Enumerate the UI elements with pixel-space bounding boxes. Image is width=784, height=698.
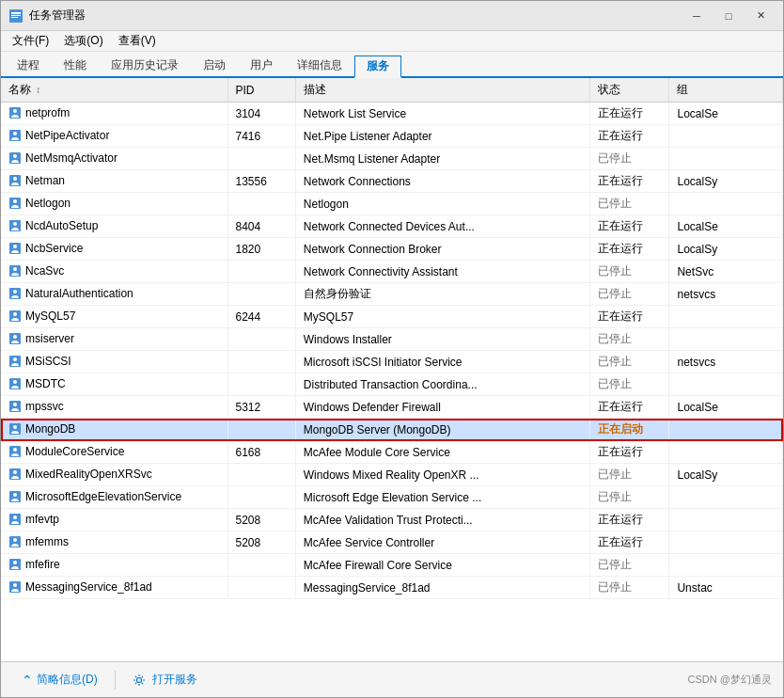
tab-details[interactable]: 详细信息 bbox=[285, 54, 354, 76]
service-icon bbox=[8, 445, 22, 458]
tab-users[interactable]: 用户 bbox=[238, 54, 285, 76]
service-icon bbox=[8, 558, 22, 571]
service-pid-cell bbox=[227, 464, 295, 486]
table-row[interactable]: MessagingService_8f1adMessagingService_8… bbox=[1, 577, 783, 599]
service-status-cell: 正在运行 bbox=[590, 531, 669, 554]
service-name-cell: MySQL57 bbox=[1, 306, 227, 328]
menu-bar: 文件(F) 选项(O) 查看(V) bbox=[1, 31, 783, 52]
table-row[interactable]: MixedRealityOpenXRSvcWindows Mixed Reali… bbox=[1, 464, 783, 486]
col-header-pid[interactable]: PID bbox=[227, 78, 295, 103]
service-group-cell: LocalSy bbox=[669, 238, 783, 261]
svg-rect-3 bbox=[11, 17, 18, 18]
service-icon bbox=[8, 468, 22, 481]
menu-options[interactable]: 选项(O) bbox=[56, 31, 110, 51]
service-status-cell: 已停止 bbox=[590, 328, 669, 351]
table-row[interactable]: NetlogonNetlogon已停止 bbox=[1, 193, 783, 215]
col-header-desc[interactable]: 描述 bbox=[295, 78, 589, 103]
table-header: 名称 ↕ PID 描述 状态 组 bbox=[1, 78, 783, 103]
service-pid-cell: 5208 bbox=[227, 509, 295, 531]
service-name-cell: MSDTC bbox=[1, 373, 227, 396]
service-group-cell bbox=[669, 193, 783, 215]
service-desc-cell: Distributed Transaction Coordina... bbox=[295, 373, 589, 396]
table-row[interactable]: mfefireMcAfee Firewall Core Service已停止 bbox=[1, 554, 783, 577]
svg-point-23 bbox=[13, 312, 17, 316]
service-status-cell: 正在运行 bbox=[590, 441, 669, 464]
service-desc-cell: Network Connected Devices Aut... bbox=[295, 215, 589, 238]
svg-point-11 bbox=[13, 177, 17, 181]
table-row[interactable]: mfemms5208McAfee Service Controller正在运行 bbox=[1, 531, 783, 554]
service-status-cell: 正在运行 bbox=[590, 215, 669, 238]
service-status-cell: 正在启动 bbox=[590, 419, 669, 441]
service-icon bbox=[8, 355, 22, 368]
service-desc-cell: Windows Mixed Reality OpenXR ... bbox=[295, 464, 589, 486]
service-group-cell: Unstac bbox=[669, 577, 783, 599]
tab-process[interactable]: 进程 bbox=[5, 54, 52, 76]
service-status-cell: 正在运行 bbox=[590, 170, 669, 193]
table-row[interactable]: ModuleCoreService6168McAfee Module Core … bbox=[1, 441, 783, 464]
services-table: 名称 ↕ PID 描述 状态 组 bbox=[1, 78, 783, 599]
service-name-cell: MessagingService_8f1ad bbox=[1, 577, 227, 599]
table-row[interactable]: MSDTCDistributed Transaction Coordina...… bbox=[1, 373, 783, 396]
service-pid-cell bbox=[227, 486, 295, 509]
service-group-cell: LocalSy bbox=[669, 464, 783, 486]
service-pid-cell: 6244 bbox=[227, 306, 295, 328]
tab-services[interactable]: 服务 bbox=[354, 56, 401, 78]
service-pid-cell bbox=[227, 373, 295, 396]
chevron-up-icon: ⌃ bbox=[22, 673, 33, 688]
menu-view[interactable]: 查看(V) bbox=[111, 31, 164, 51]
table-row[interactable]: NetMsmqActivatorNet.Msmq Listener Adapte… bbox=[1, 148, 783, 170]
tab-startup[interactable]: 启动 bbox=[191, 54, 238, 76]
brief-info-button[interactable]: ⌃ 简略信息(D) bbox=[12, 668, 107, 691]
table-row[interactable]: netprofm3104Network List Service正在运行Loca… bbox=[1, 103, 783, 125]
service-desc-cell: McAfee Module Core Service bbox=[295, 441, 589, 464]
service-name-cell: NetMsmqActivator bbox=[1, 148, 227, 170]
svg-point-43 bbox=[13, 538, 17, 542]
content-area: 名称 ↕ PID 描述 状态 组 bbox=[1, 78, 783, 661]
col-header-status[interactable]: 状态 bbox=[590, 78, 669, 103]
service-name-cell: NcdAutoSetup bbox=[1, 215, 227, 238]
col-header-group[interactable]: 组 bbox=[669, 78, 783, 103]
service-icon bbox=[8, 287, 22, 300]
service-group-cell bbox=[669, 531, 783, 554]
table-body: netprofm3104Network List Service正在运行Loca… bbox=[1, 103, 783, 599]
table-row[interactable]: MySQL576244MySQL57正在运行 bbox=[1, 306, 783, 328]
svg-rect-1 bbox=[11, 12, 21, 14]
service-status-cell: 正在运行 bbox=[590, 509, 669, 531]
table-row[interactable]: MicrosoftEdgeElevationServiceMicrosoft E… bbox=[1, 486, 783, 509]
table-row[interactable]: MongoDBMongoDB Server (MongoDB)正在启动 bbox=[1, 419, 783, 441]
open-service-button[interactable]: 打开服务 bbox=[123, 668, 207, 691]
table-container[interactable]: 名称 ↕ PID 描述 状态 组 bbox=[1, 78, 783, 661]
service-desc-cell: Net.Msmq Listener Adapter bbox=[295, 148, 589, 170]
table-row[interactable]: NetPipeActivator7416Net.Pipe Listener Ad… bbox=[1, 125, 783, 148]
table-row[interactable]: NcbService1820Network Connection Broker正… bbox=[1, 238, 783, 261]
svg-point-15 bbox=[13, 222, 17, 226]
close-button[interactable]: ✕ bbox=[745, 6, 776, 26]
service-status-cell: 正在运行 bbox=[590, 396, 669, 419]
service-name-cell: Netlogon bbox=[1, 193, 227, 215]
tab-performance[interactable]: 性能 bbox=[52, 54, 99, 76]
service-status-cell: 已停止 bbox=[590, 577, 669, 599]
table-row[interactable]: MSiSCSIMicrosoft iSCSI Initiator Service… bbox=[1, 351, 783, 373]
sort-arrow-name: ↕ bbox=[36, 85, 40, 95]
svg-point-37 bbox=[13, 470, 17, 474]
tab-app-history[interactable]: 应用历史记录 bbox=[99, 54, 191, 76]
service-name-cell: NaturalAuthentication bbox=[1, 283, 227, 306]
table-row[interactable]: mpssvc5312Windows Defender Firewall正在运行L… bbox=[1, 396, 783, 419]
col-header-name[interactable]: 名称 ↕ bbox=[1, 78, 227, 103]
minimize-button[interactable]: ─ bbox=[682, 6, 712, 26]
service-group-cell bbox=[669, 554, 783, 577]
service-group-cell: netsvcs bbox=[669, 283, 783, 306]
service-pid-cell bbox=[227, 261, 295, 283]
table-row[interactable]: msiserverWindows Installer已停止 bbox=[1, 328, 783, 351]
service-group-cell bbox=[669, 148, 783, 170]
table-row[interactable]: NcdAutoSetup8404Network Connected Device… bbox=[1, 215, 783, 238]
service-pid-cell: 6168 bbox=[227, 441, 295, 464]
table-row[interactable]: mfevtp5208McAfee Validation Trust Protec… bbox=[1, 509, 783, 531]
maximize-button[interactable]: □ bbox=[713, 6, 744, 26]
menu-file[interactable]: 文件(F) bbox=[5, 31, 56, 51]
table-row[interactable]: NaturalAuthentication自然身份验证已停止netsvcs bbox=[1, 283, 783, 306]
table-row[interactable]: Netman13556Network Connections正在运行LocalS… bbox=[1, 170, 783, 193]
svg-point-41 bbox=[13, 516, 17, 519]
table-row[interactable]: NcaSvcNetwork Connectivity Assistant已停止N… bbox=[1, 261, 783, 283]
service-desc-cell: Network Connection Broker bbox=[295, 238, 589, 261]
